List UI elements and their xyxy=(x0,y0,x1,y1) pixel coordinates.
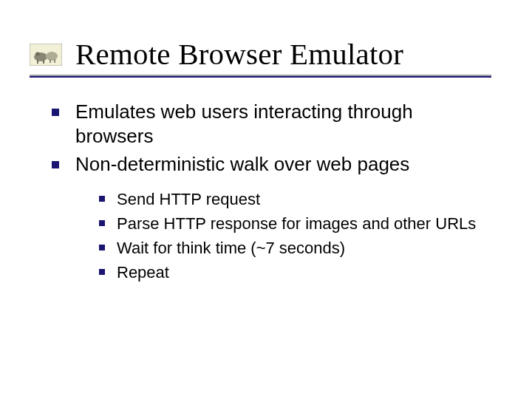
slide-title: Remote Browser Emulator xyxy=(75,38,403,70)
logo-icon xyxy=(30,44,62,66)
svg-rect-4 xyxy=(37,60,38,64)
svg-rect-5 xyxy=(43,60,44,64)
bullet-text: Non-deterministic walk over web pages xyxy=(75,153,409,175)
slide-body: Emulates web users interacting through b… xyxy=(0,79,532,284)
sub-bullet-list: Send HTTP request Parse HTTP response fo… xyxy=(75,187,495,284)
bullet-item: Emulates web users interacting through b… xyxy=(50,100,495,149)
slide-header: Remote Browser Emulator xyxy=(0,0,532,79)
sub-bullet-item: Send HTTP request xyxy=(98,187,495,211)
sub-bullet-text: Parse HTTP response for images and other… xyxy=(117,214,476,233)
slide: Remote Browser Emulator Emulates web use… xyxy=(0,0,532,399)
sub-bullet-text: Wait for think time (~7 seconds) xyxy=(117,239,345,257)
header-rule xyxy=(30,75,491,79)
svg-point-2 xyxy=(46,52,58,61)
sub-bullet-item: Parse HTTP response for images and other… xyxy=(98,211,495,236)
sub-bullet-text: Send HTTP request xyxy=(117,190,260,208)
sub-bullet-item: Wait for think time (~7 seconds) xyxy=(98,236,495,260)
bullet-text: Emulates web users interacting through b… xyxy=(75,100,413,147)
svg-rect-7 xyxy=(54,59,55,63)
bullet-list: Emulates web users interacting through b… xyxy=(50,100,495,284)
sub-bullet-item: Repeat xyxy=(98,260,495,284)
sub-bullet-text: Repeat xyxy=(117,263,169,282)
header-row: Remote Browser Emulator xyxy=(30,38,502,70)
svg-rect-6 xyxy=(50,59,51,63)
svg-point-3 xyxy=(35,52,40,56)
bullet-item: Non-deterministic walk over web pages Se… xyxy=(50,152,495,284)
